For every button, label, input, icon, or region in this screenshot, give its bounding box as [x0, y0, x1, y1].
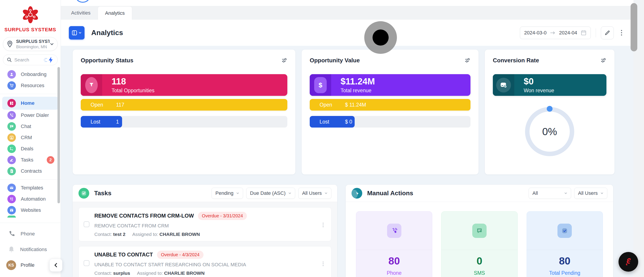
manual-actions-section: Manual Actions All All Users	[346, 185, 613, 277]
overdue-badge: Overdue - 4/3/2024	[157, 251, 204, 259]
tasks-status-filter[interactable]: Pending	[212, 188, 243, 199]
lightning-bolt-icon[interactable]	[48, 56, 54, 63]
tasks-check-icon	[78, 188, 89, 199]
task-contact: test 2	[113, 232, 126, 237]
total-pending-stat-card: 80 Total Pending	[526, 211, 603, 277]
brand-name: SURPLUS SYSTEMS	[0, 27, 60, 33]
chat-widget-button[interactable]	[618, 252, 638, 272]
total-revenue-banner: $ $11.24M Total revenue	[310, 74, 470, 96]
widget-settings-icon[interactable]	[282, 57, 287, 63]
location-texts: SURPLUS SYSTEM... Bloomington, MN	[16, 39, 50, 49]
tasks-sort-filter[interactable]: Due Date (ASC)	[246, 188, 295, 199]
arrow-right-icon	[550, 31, 556, 35]
dashboard-content: Opportunity Status	[61, 46, 644, 277]
tasks-user-filter[interactable]: All Users	[298, 188, 332, 199]
sidebar-item-power-dialer[interactable]: Power Dialer	[0, 110, 60, 121]
task-more-menu[interactable]	[321, 221, 325, 229]
grid-layout-icon	[72, 30, 77, 35]
sidebar-item-deals[interactable]: Deals	[0, 143, 60, 154]
lost-opportunities-bar: Lost 1	[81, 116, 287, 128]
phone-stat-label: Phone	[356, 270, 432, 276]
website-window-icon	[8, 206, 16, 215]
sidebar-bottom-group: Phone Notifications KS Profile	[0, 223, 60, 277]
task-meta: Contact: test 2 Assigned to: CHARLIE BRO…	[94, 232, 316, 237]
sidebar-item-onboarding[interactable]: Onboarding	[0, 69, 60, 80]
sidebar-item-chat[interactable]: Chat	[0, 121, 60, 132]
mail-template-icon	[8, 184, 16, 192]
sms-actions-stat-card: 0 SMS	[441, 211, 518, 277]
tab-strip: Activities Analytics	[61, 6, 644, 20]
task-description: UNABLE TO CONTACT START RESEARCHING ON S…	[94, 262, 316, 268]
tab-analytics[interactable]: Analytics	[98, 6, 132, 20]
sidebar-item-home[interactable]: Home	[2, 97, 58, 110]
tasks-title: Tasks	[94, 190, 111, 197]
date-end[interactable]: 2024-04	[559, 30, 577, 36]
manual-actions-type-filter[interactable]: All	[528, 188, 571, 199]
won-revenue-banner: $0 Won revenue	[493, 74, 606, 96]
sidebar-collapse-button[interactable]	[50, 259, 62, 272]
sidebar-item-templates[interactable]: Templates	[0, 182, 60, 194]
overdue-badge: Overdue - 3/31/2024	[198, 212, 247, 220]
edit-dashboard-button[interactable]	[601, 26, 614, 39]
phone-actions-stat-card: 80 Phone	[356, 211, 432, 277]
brand-logo: SURPLUS SYSTEMS	[0, 0, 60, 33]
won-revenue-label: Won revenue	[524, 88, 606, 94]
crm-contact-icon	[8, 133, 16, 142]
search-placeholder: Search	[14, 57, 44, 62]
won-revenue-value: $0	[524, 76, 606, 86]
location-selector[interactable]: SURPLUS SYSTEM... Bloomington, MN	[3, 37, 58, 51]
widget-settings-icon[interactable]	[465, 57, 470, 63]
contract-document-icon	[8, 167, 16, 175]
task-checkbox[interactable]	[84, 221, 90, 227]
manual-actions-title: Manual Actions	[367, 190, 413, 197]
header-divider	[596, 28, 596, 37]
sidebar-item-websites[interactable]: Websites	[0, 205, 60, 216]
opportunity-status-card: Opportunity Status	[73, 50, 296, 174]
sidebar: SURPLUS SYSTEMS SURPLUS SYSTEM... Bloomi…	[0, 0, 61, 277]
tab-activities[interactable]: Activities	[64, 6, 98, 20]
deals-pipeline-icon	[8, 145, 16, 153]
date-start[interactable]: 2024-03-0	[524, 30, 546, 36]
header-more-menu[interactable]	[619, 28, 624, 37]
sidebar-item-tasks[interactable]: Tasks 2	[0, 154, 60, 166]
window-scrollbar-thumb[interactable]	[630, 3, 637, 51]
cart-icon	[8, 81, 16, 90]
sidebar-scrollbar-thumb[interactable]	[58, 67, 60, 203]
task-checkbox[interactable]	[84, 260, 90, 266]
date-range-picker[interactable]: 2024-03-0 2024-04	[520, 26, 591, 39]
total-opportunities-banner: 118 Total Opportunities	[81, 74, 287, 96]
search-input[interactable]: Search	[3, 54, 58, 65]
manual-actions-user-filter[interactable]: All Users	[574, 188, 607, 199]
sidebar-item-contracts[interactable]: Contracts	[0, 166, 60, 177]
search-icon	[7, 57, 12, 62]
conversion-donut-chart: 0%	[525, 107, 574, 156]
conversion-percent: 0%	[542, 126, 557, 138]
task-description: REMOVE CONTACT FROM CRM	[94, 223, 316, 229]
sidebar-item-crm[interactable]: CRM	[0, 132, 60, 143]
chevron-down-icon	[78, 31, 82, 34]
total-opportunities-value: 118	[112, 76, 287, 86]
task-more-menu[interactable]	[321, 260, 325, 268]
speed-lines	[44, 58, 47, 62]
dashboard-layout-button[interactable]	[69, 26, 84, 39]
open-opportunities-bar: Open 117	[81, 99, 287, 111]
chat-bubble-icon	[8, 122, 16, 131]
surplus-systems-logo-icon	[21, 5, 40, 24]
total-pending-count: 80	[527, 255, 603, 267]
task-title[interactable]: REMOVE CONTACTS FROM CRM-LOW	[94, 213, 194, 219]
calendar-icon	[581, 30, 586, 36]
task-row: UNABLE TO CONTACT Overdue - 4/3/2024 UNA…	[78, 246, 332, 277]
page-header: Analytics 2024-03-0 2024-04	[61, 20, 644, 46]
location-name: SURPLUS SYSTEM...	[16, 39, 50, 44]
sidebar-item-phone[interactable]: Phone	[0, 226, 60, 242]
open-value-bar: Open $ 11.24M	[310, 99, 470, 111]
widget-settings-icon[interactable]	[600, 57, 606, 63]
sidebar-item-automation[interactable]: Automation	[0, 194, 60, 205]
onboarding-person-icon	[8, 70, 16, 79]
sms-action-icon	[472, 224, 486, 238]
task-title[interactable]: UNABLE TO CONTACT	[94, 252, 153, 258]
sidebar-item-resources[interactable]: Resources	[0, 80, 60, 91]
lost-value-bar: Lost $ 0	[310, 116, 470, 128]
sidebar-item-notifications[interactable]: Notifications	[0, 242, 60, 257]
tasks-list: REMOVE CONTACTS FROM CRM-LOW Overdue - 3…	[73, 202, 337, 277]
